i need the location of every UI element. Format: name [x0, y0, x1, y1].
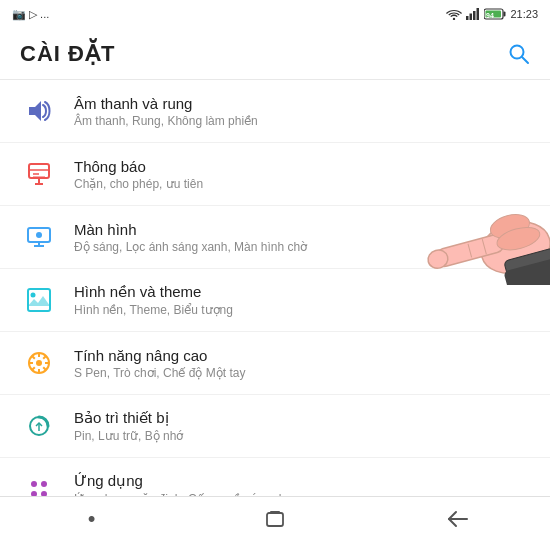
advanced-title: Tính năng nâng cao — [74, 347, 530, 364]
sound-title: Âm thanh và rung — [74, 95, 530, 112]
notifications-subtitle: Chặn, cho phép, ưu tiên — [74, 177, 530, 191]
svg-line-32 — [43, 367, 46, 370]
search-button[interactable] — [508, 43, 530, 65]
advanced-subtitle: S Pen, Trò chơi, Chế độ Một tay — [74, 366, 530, 380]
app-header: CÀI ĐẶT — [0, 28, 550, 80]
settings-item-wallpaper[interactable]: Hình nền và theme Hình nền, Theme, Biểu … — [0, 269, 550, 332]
svg-rect-12 — [29, 164, 49, 178]
svg-point-24 — [31, 293, 36, 298]
svg-rect-4 — [477, 8, 480, 20]
back-icon — [447, 510, 469, 528]
apps-icon — [20, 470, 58, 496]
settings-item-maintenance[interactable]: Bảo trì thiết bị Pin, Lưu trữ, Bộ nhớ — [0, 395, 550, 458]
svg-line-34 — [32, 367, 35, 370]
display-title: Màn hình — [74, 221, 530, 238]
svg-rect-6 — [504, 12, 506, 17]
wifi-icon — [446, 8, 462, 20]
menu-button[interactable]: • — [0, 497, 183, 540]
status-left: 📷 ▷ ... — [12, 8, 49, 21]
menu-icon: • — [88, 506, 96, 532]
settings-item-apps[interactable]: Ứng dụng Ứng dụng mặc định, Cấp quyền ứn… — [0, 458, 550, 496]
svg-point-26 — [36, 360, 42, 366]
notifications-icon — [20, 155, 58, 193]
svg-line-31 — [32, 356, 35, 359]
back-button[interactable] — [367, 497, 550, 540]
signal-icon — [466, 8, 480, 20]
maintenance-icon — [20, 407, 58, 445]
wallpaper-text: Hình nền và theme Hình nền, Theme, Biểu … — [74, 283, 530, 317]
settings-list: Âm thanh và rung Âm thanh, Rung, Không l… — [0, 80, 550, 496]
svg-rect-56 — [270, 511, 280, 513]
status-bar: 📷 ▷ ... 94 — [0, 0, 550, 28]
battery-icon: 94 — [484, 8, 506, 20]
settings-item-advanced[interactable]: Tính năng nâng cao S Pen, Trò chơi, Chế … — [0, 332, 550, 395]
sound-icon — [20, 92, 58, 130]
notifications-text: Thông báo Chặn, cho phép, ưu tiên — [74, 158, 530, 191]
display-icon — [20, 218, 58, 256]
maintenance-subtitle: Pin, Lưu trữ, Bộ nhớ — [74, 429, 530, 443]
svg-line-33 — [43, 356, 46, 359]
svg-text:94: 94 — [486, 12, 494, 19]
svg-marker-11 — [29, 101, 41, 121]
svg-point-21 — [36, 232, 42, 238]
bottom-navigation: • — [0, 496, 550, 540]
svg-point-38 — [41, 481, 47, 487]
apps-title: Ứng dụng — [74, 472, 530, 490]
display-subtitle: Độ sáng, Lọc ánh sáng xanh, Màn hình chờ — [74, 240, 530, 254]
wallpaper-icon — [20, 281, 58, 319]
display-text: Màn hình Độ sáng, Lọc ánh sáng xanh, Màn… — [74, 221, 530, 254]
svg-rect-3 — [473, 11, 476, 20]
page-title: CÀI ĐẶT — [20, 41, 115, 67]
status-icons: 📷 ▷ ... — [12, 8, 49, 21]
apps-text: Ứng dụng Ứng dụng mặc định, Cấp quyền ứn… — [74, 472, 530, 496]
svg-point-0 — [453, 18, 455, 20]
settings-item-display[interactable]: Màn hình Độ sáng, Lọc ánh sáng xanh, Màn… — [0, 206, 550, 269]
svg-rect-22 — [28, 289, 50, 311]
sound-subtitle: Âm thanh, Rung, Không làm phiền — [74, 114, 530, 128]
maintenance-text: Bảo trì thiết bị Pin, Lưu trữ, Bộ nhớ — [74, 409, 530, 443]
sound-text: Âm thanh và rung Âm thanh, Rung, Không l… — [74, 95, 530, 128]
svg-rect-2 — [470, 14, 473, 21]
svg-rect-1 — [466, 16, 469, 20]
recent-apps-button[interactable] — [183, 497, 366, 540]
settings-item-sound[interactable]: Âm thanh và rung Âm thanh, Rung, Không l… — [0, 80, 550, 143]
wallpaper-title: Hình nền và theme — [74, 283, 530, 301]
svg-rect-55 — [267, 513, 283, 526]
advanced-text: Tính năng nâng cao S Pen, Trò chơi, Chế … — [74, 347, 530, 380]
settings-item-notifications[interactable]: Thông báo Chặn, cho phép, ưu tiên — [0, 143, 550, 206]
svg-point-37 — [31, 481, 37, 487]
wallpaper-subtitle: Hình nền, Theme, Biểu tượng — [74, 303, 530, 317]
status-right: 94 21:23 — [446, 8, 538, 20]
svg-marker-23 — [28, 296, 50, 306]
recent-apps-icon — [265, 509, 285, 529]
advanced-icon — [20, 344, 58, 382]
maintenance-title: Bảo trì thiết bị — [74, 409, 530, 427]
svg-line-10 — [522, 57, 528, 63]
notifications-title: Thông báo — [74, 158, 530, 175]
time-display: 21:23 — [510, 8, 538, 20]
